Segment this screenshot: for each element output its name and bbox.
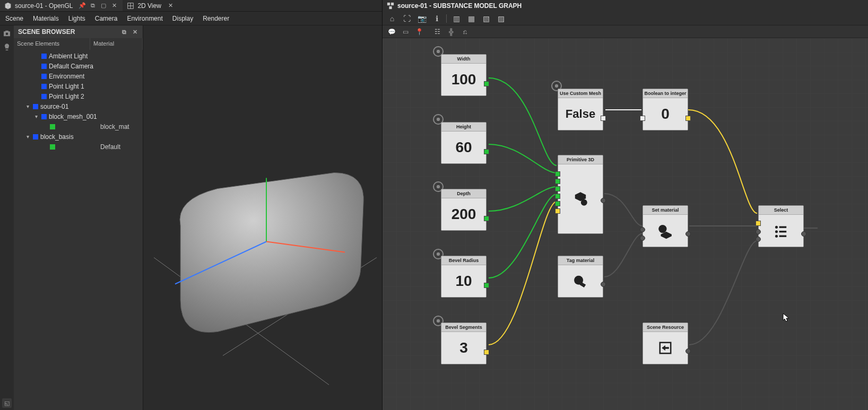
node-bevelradius[interactable]: Bevel Radius 10 xyxy=(441,256,487,298)
node-title: Tag material xyxy=(558,256,603,265)
close-icon[interactable]: ✕ xyxy=(167,2,175,10)
svg-point-14 xyxy=(775,226,778,229)
input-port[interactable] xyxy=(555,208,560,214)
snapshot-icon[interactable]: 📷 xyxy=(416,13,427,24)
input-port[interactable] xyxy=(756,221,761,226)
tree-row[interactable]: ▾block_basis xyxy=(14,132,143,142)
align-v-icon[interactable]: ▦ xyxy=(466,13,476,24)
graph-canvas[interactable]: Width 100 Height 60 Depth 200 Bevel Radi… xyxy=(383,38,868,410)
output-port[interactable] xyxy=(801,231,806,237)
close-icon[interactable]: ✕ xyxy=(131,28,138,36)
popout-icon[interactable]: ⧉ xyxy=(89,2,97,10)
node-height[interactable]: Height 60 xyxy=(441,122,487,164)
node-primitive3d[interactable]: Primitive 3D xyxy=(558,155,603,234)
align-h-icon[interactable]: ▥ xyxy=(451,13,462,24)
tab-opengl[interactable]: source-01 - OpenGL 📌 ⧉ ▢ ✕ xyxy=(0,0,123,11)
output-port[interactable] xyxy=(601,198,606,203)
node-bevelsegments[interactable]: Bevel Segments 3 xyxy=(441,322,487,364)
pin-icon[interactable]: 📍 xyxy=(414,27,424,37)
tree-row[interactable]: Point Light 1 xyxy=(14,81,143,91)
snap-icon[interactable]: ▧ xyxy=(481,13,491,24)
input-port[interactable] xyxy=(756,237,761,242)
viewport-3d[interactable] xyxy=(143,25,382,410)
maximize-icon[interactable]: ▢ xyxy=(99,2,108,10)
menu-display[interactable]: Display xyxy=(172,15,193,22)
output-port[interactable] xyxy=(685,231,691,237)
graph-panel: source-01 - SUBSTANCE MODEL GRAPH ⌂ ⛶ 📷 … xyxy=(382,0,868,410)
corner-button[interactable]: ◱ xyxy=(2,398,12,408)
grid-icon[interactable]: ▨ xyxy=(496,13,506,24)
node-tagmaterial[interactable]: Tag material xyxy=(558,256,603,298)
comment-icon[interactable]: 💬 xyxy=(387,27,396,37)
input-port[interactable] xyxy=(555,179,560,184)
svg-rect-7 xyxy=(387,3,390,5)
output-port[interactable] xyxy=(484,350,489,355)
tab-2dview-label: 2D View xyxy=(137,2,161,10)
bulb-icon[interactable] xyxy=(2,42,12,52)
popout-icon[interactable]: ⧉ xyxy=(120,28,128,36)
scene-tree[interactable]: Ambient LightDefault CameraEnvironmentPo… xyxy=(14,50,143,410)
node-booleantoint[interactable]: Boolean to integer 0 xyxy=(643,89,688,130)
home-icon[interactable]: ⌂ xyxy=(387,13,397,24)
node-depth[interactable]: Depth 200 xyxy=(441,189,487,231)
tree-row[interactable]: Default Camera xyxy=(14,61,143,71)
input-port[interactable] xyxy=(640,116,645,121)
caret-icon[interactable]: ▾ xyxy=(33,114,39,119)
node-width[interactable]: Width 100 xyxy=(441,54,487,96)
info-icon[interactable]: ℹ xyxy=(431,13,442,24)
menu-lights[interactable]: Lights xyxy=(68,15,85,22)
output-port[interactable] xyxy=(601,116,606,121)
camera-icon[interactable] xyxy=(2,29,12,38)
tree-row[interactable]: Default xyxy=(14,142,143,152)
tree-row[interactable]: Point Light 2 xyxy=(14,91,143,101)
input-port[interactable] xyxy=(555,186,560,191)
node-setmaterial[interactable]: Set material xyxy=(643,205,688,247)
tree-row[interactable]: ▾block_mesh_001 xyxy=(14,111,143,121)
menu-renderer[interactable]: Renderer xyxy=(203,15,229,22)
fit-icon[interactable]: ⛶ xyxy=(402,13,412,24)
svg-point-16 xyxy=(775,230,778,233)
tree-material: block_mat xyxy=(100,123,143,130)
output-port[interactable] xyxy=(601,282,606,287)
caret-icon[interactable]: ▾ xyxy=(24,134,31,139)
tree-icon[interactable]: ⎌ xyxy=(460,27,470,37)
node-icon xyxy=(558,265,603,297)
menu-materials[interactable]: Materials xyxy=(33,15,59,22)
tree-row[interactable]: ▾source-01 xyxy=(14,101,143,111)
caret-icon[interactable]: ▾ xyxy=(24,103,31,109)
col-scene-elements[interactable]: Scene Elements xyxy=(14,38,90,50)
tab-2dview[interactable]: 2D View ✕ xyxy=(123,0,179,11)
input-port[interactable] xyxy=(555,194,560,199)
pin-icon[interactable]: 📌 xyxy=(78,2,86,10)
input-port[interactable] xyxy=(756,229,761,234)
node-title: Height xyxy=(441,123,486,132)
graph-title-label: source-01 - SUBSTANCE MODEL GRAPH xyxy=(397,2,522,10)
node-title: Set material xyxy=(643,206,688,215)
menu-environment[interactable]: Environment xyxy=(127,15,162,22)
input-port[interactable] xyxy=(640,227,645,232)
output-port[interactable] xyxy=(685,116,691,121)
input-port[interactable] xyxy=(555,171,560,177)
node-value: False xyxy=(558,98,603,130)
node-title: Depth xyxy=(441,189,486,198)
output-port[interactable] xyxy=(484,149,489,154)
hierarchy-icon[interactable]: ☷ xyxy=(432,27,442,37)
menu-camera[interactable]: Camera xyxy=(95,15,118,22)
output-port[interactable] xyxy=(484,216,489,221)
tree-row[interactable]: block_mat xyxy=(14,121,143,132)
close-icon[interactable]: ✕ xyxy=(110,2,118,10)
output-port[interactable] xyxy=(484,81,489,86)
col-material[interactable]: Material xyxy=(90,38,143,50)
frame-icon[interactable]: ▭ xyxy=(401,27,410,37)
node-usecustommesh[interactable]: Use Custom Mesh False xyxy=(558,89,603,130)
input-port[interactable] xyxy=(555,201,560,206)
tree-row[interactable]: Ambient Light xyxy=(14,51,143,61)
layout-icon[interactable]: ╬ xyxy=(446,27,456,37)
output-port[interactable] xyxy=(685,348,691,354)
tree-row[interactable]: Environment xyxy=(14,71,143,81)
output-port[interactable] xyxy=(484,283,489,288)
input-port[interactable] xyxy=(640,235,645,241)
node-sceneresource[interactable]: Scene Resource xyxy=(643,322,688,364)
node-select[interactable]: Select xyxy=(758,205,804,247)
menu-scene[interactable]: Scene xyxy=(5,15,23,22)
